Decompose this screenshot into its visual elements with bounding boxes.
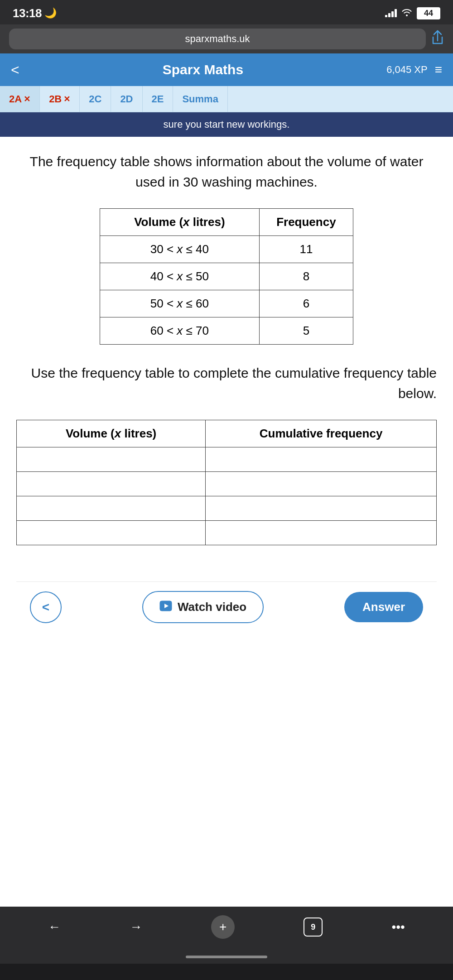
- freq-row1-range: 30 < x ≤ 40: [100, 236, 260, 263]
- frequency-table: Volume (x litres) Frequency 30 < x ≤ 40 …: [100, 208, 353, 345]
- tab-summa-label: Summa: [182, 93, 218, 105]
- cum-table-header-cumfreq: Cumulative frequency: [206, 420, 437, 447]
- header-back-button[interactable]: <: [11, 62, 19, 78]
- cumulative-table-container: Volume (x litres) Cumulative frequency: [16, 420, 437, 563]
- table-row: [17, 472, 437, 496]
- tab-2b-close: ✕: [63, 94, 70, 104]
- instruction-text: Use the frequency table to complete the …: [16, 363, 437, 404]
- notice-banner: sure you start new workings.: [0, 112, 453, 137]
- table-row: [17, 447, 437, 472]
- status-time: 13:18: [13, 6, 42, 20]
- cum-row3-range[interactable]: [17, 496, 206, 521]
- cumulative-table: Volume (x litres) Cumulative frequency: [16, 420, 437, 545]
- freq-table-header-frequency: Frequency: [259, 209, 353, 236]
- cum-row3-value[interactable]: [206, 496, 437, 521]
- cum-row4-value[interactable]: [206, 521, 437, 545]
- cum-row2-range[interactable]: [17, 472, 206, 496]
- back-button[interactable]: <: [30, 591, 62, 623]
- video-play-icon: [159, 600, 172, 614]
- answer-label: Answer: [362, 600, 405, 614]
- cum-row4-range[interactable]: [17, 521, 206, 545]
- freq-row3-range: 50 < x ≤ 60: [100, 290, 260, 317]
- freq-row4-range: 60 < x ≤ 70: [100, 317, 260, 345]
- cum-row2-value[interactable]: [206, 472, 437, 496]
- app-header: < Sparx Maths 6,045 XP ≡: [0, 53, 453, 86]
- table-row: [17, 496, 437, 521]
- freq-row2-value: 8: [259, 263, 353, 290]
- freq-table-header-volume: Volume (x litres): [100, 209, 260, 236]
- freq-row3-value: 6: [259, 290, 353, 317]
- browser-bar: sparxmaths.uk: [0, 24, 453, 53]
- menu-icon[interactable]: ≡: [435, 62, 442, 77]
- table-row: [17, 521, 437, 545]
- tab-2c-label: 2C: [89, 93, 101, 105]
- table-row: 50 < x ≤ 60 6: [100, 290, 353, 317]
- xp-display: 6,045 XP: [386, 64, 428, 76]
- browser-forward-button[interactable]: →: [130, 920, 142, 934]
- table-row: 40 < x ≤ 50 8: [100, 263, 353, 290]
- home-indicator: [0, 952, 453, 964]
- tab-2a-close: ✕: [24, 94, 30, 104]
- frequency-table-container: Volume (x litres) Frequency 30 < x ≤ 40 …: [16, 208, 437, 345]
- tab-2a-label: 2A: [9, 93, 22, 105]
- browser-more-button[interactable]: •••: [391, 920, 405, 934]
- tab-2d[interactable]: 2D: [111, 86, 142, 112]
- tabs-count-label: 9: [311, 922, 315, 932]
- cum-row1-value[interactable]: [206, 447, 437, 472]
- url-bar[interactable]: sparxmaths.uk: [9, 29, 426, 49]
- header-right: 6,045 XP ≡: [386, 62, 442, 77]
- freq-row4-value: 5: [259, 317, 353, 345]
- tab-summa[interactable]: Summa: [173, 86, 227, 112]
- tab-2c[interactable]: 2C: [80, 86, 111, 112]
- wifi-icon: [401, 8, 412, 19]
- table-row: 60 < x ≤ 70 5: [100, 317, 353, 345]
- tab-2a[interactable]: 2A ✕: [0, 86, 40, 112]
- moon-icon: 🌙: [44, 7, 57, 19]
- tab-bar: 2A ✕ 2B ✕ 2C 2D 2E Summa: [0, 86, 453, 112]
- tab-2b-label: 2B: [49, 93, 62, 105]
- browser-nav: ← → + 9 •••: [0, 907, 453, 952]
- app-title: Sparx Maths: [163, 62, 243, 77]
- back-arrow-icon: ←: [48, 920, 61, 934]
- freq-row1-value: 11: [259, 236, 353, 263]
- new-tab-button[interactable]: +: [211, 915, 235, 939]
- browser-back-button[interactable]: ←: [48, 920, 61, 934]
- watch-video-label: Watch video: [178, 600, 246, 614]
- back-chevron-icon: <: [42, 600, 49, 615]
- status-icons: 44: [385, 7, 440, 19]
- tab-2b[interactable]: 2B ✕: [40, 86, 80, 112]
- question-text: The frequency table shows information ab…: [16, 151, 437, 192]
- signal-icon: [385, 9, 397, 17]
- status-bar: 13:18 🌙 44: [0, 0, 453, 24]
- tab-2e[interactable]: 2E: [143, 86, 173, 112]
- more-icon: •••: [391, 920, 405, 934]
- action-bar: < Watch video Answer: [16, 581, 437, 632]
- home-bar: [186, 956, 267, 958]
- battery-icon: 44: [417, 7, 440, 19]
- tabs-count-button[interactable]: 9: [304, 918, 323, 937]
- share-icon[interactable]: [431, 30, 444, 48]
- cum-table-header-volume: Volume (x litres): [17, 420, 206, 447]
- table-row: 30 < x ≤ 40 11: [100, 236, 353, 263]
- url-text: sparxmaths.uk: [185, 33, 250, 45]
- answer-button[interactable]: Answer: [344, 592, 423, 622]
- forward-arrow-icon: →: [130, 920, 142, 934]
- add-icon: +: [219, 920, 226, 934]
- tab-2e-label: 2E: [152, 93, 164, 105]
- watch-video-button[interactable]: Watch video: [142, 591, 264, 623]
- notice-text: sure you start new workings.: [164, 119, 290, 130]
- main-content: The frequency table shows information ab…: [0, 137, 453, 907]
- freq-row2-range: 40 < x ≤ 50: [100, 263, 260, 290]
- tab-2d-label: 2D: [120, 93, 133, 105]
- cum-row1-range[interactable]: [17, 447, 206, 472]
